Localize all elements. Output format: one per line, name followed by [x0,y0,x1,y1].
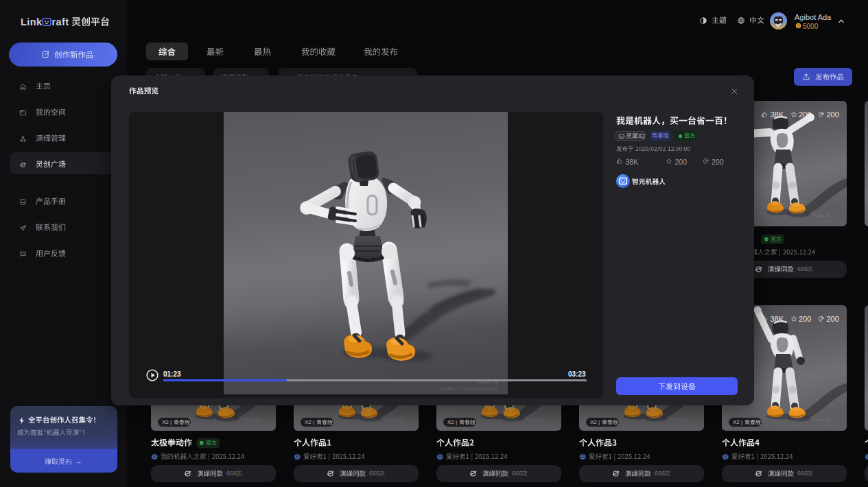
svg-text:made by: made by [385,417,403,423]
svg-text:AGIBOT | LINGCHUANG: AGIBOT | LINGCHUANG [502,424,549,428]
svg-text:made by: made by [813,417,831,423]
svg-text:AGIBOT | LINGCHUANG: AGIBOT | LINGCHUANG [441,385,498,392]
svg-text:made by: made by [813,213,831,218]
svg-text:AGIBOT | LINGCHUANG: AGIBOT | LINGCHUANG [217,424,263,428]
svg-text:AGIBOT | LINGCHUANG: AGIBOT | LINGCHUANG [788,219,834,224]
svg-text:made by: made by [670,417,688,423]
svg-text:AGIBOT | LINGCHUANG: AGIBOT | LINGCHUANG [788,424,834,428]
svg-text:AGIBOT | LINGCHUANG: AGIBOT | LINGCHUANG [360,424,406,428]
svg-text:AGIBOT | LINGCHUANG: AGIBOT | LINGCHUANG [645,424,692,428]
svg-text:made by: made by [528,417,546,423]
svg-text:made by: made by [242,417,260,423]
